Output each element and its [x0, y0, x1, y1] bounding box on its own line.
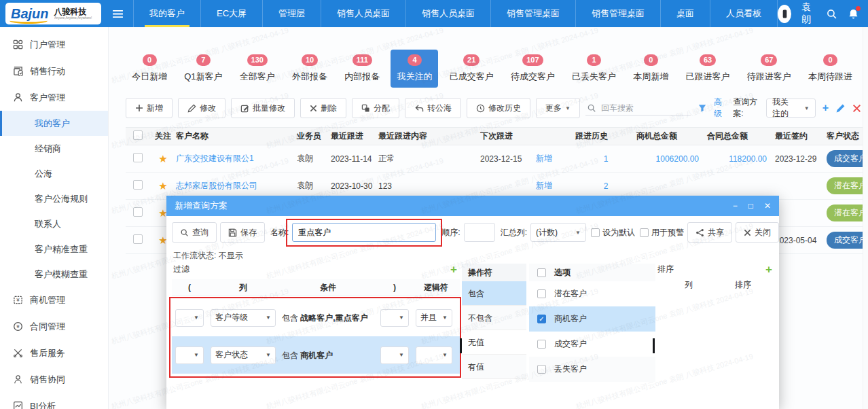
- open-paren-select[interactable]: ▼: [175, 346, 204, 364]
- stat-internal-filing[interactable]: 111内部报备: [338, 50, 386, 88]
- close-icon[interactable]: ✕: [764, 201, 771, 211]
- tab-ec-screen[interactable]: EC大屏: [200, 0, 262, 27]
- tab-management[interactable]: 管理层: [262, 0, 321, 27]
- stat-today-new[interactable]: 0今日新增: [126, 50, 173, 88]
- user-avatar[interactable]: [778, 5, 791, 23]
- column-select[interactable]: 客户状态▼: [211, 346, 276, 364]
- filter-funnel-icon[interactable]: [698, 103, 707, 113]
- search-icon[interactable]: [826, 8, 837, 20]
- row-checkbox[interactable]: [133, 180, 143, 190]
- tab-staff-board[interactable]: 人员看板: [710, 0, 778, 27]
- advanced-link[interactable]: 高级: [714, 96, 726, 120]
- set-default-checkbox[interactable]: 设为默认: [591, 227, 635, 238]
- option-opportunity[interactable]: 商机客户: [529, 306, 655, 332]
- share-button[interactable]: 共享: [687, 222, 732, 243]
- customer-name-link[interactable]: 志邦家居股份有限公司: [176, 180, 297, 192]
- sidebar-item-collab[interactable]: 销售协同: [0, 366, 108, 393]
- add-sort-icon[interactable]: +: [765, 264, 772, 275]
- option-lost[interactable]: 丢失客户: [529, 357, 655, 382]
- logic-select[interactable]: ▼: [416, 346, 452, 364]
- stat-lost-customers[interactable]: 1已丢失客户: [566, 50, 622, 88]
- sidebar-item-contacts[interactable]: 联系人: [0, 211, 108, 236]
- delete-plan-icon[interactable]: [852, 104, 861, 113]
- sidebar-item-fuzzy-dedup[interactable]: 客户模糊查重: [0, 262, 108, 287]
- operator-has-value[interactable]: 有值: [462, 355, 526, 379]
- maximize-icon[interactable]: □: [748, 201, 753, 211]
- delete-button[interactable]: 删除: [300, 98, 346, 118]
- stat-all-customers[interactable]: 130全部客户: [234, 50, 281, 88]
- select-all-checkbox[interactable]: [133, 130, 143, 140]
- edit-history-button[interactable]: 修改历史: [467, 98, 530, 118]
- opp-amount-link[interactable]: 1006200.00: [636, 154, 707, 164]
- search-input[interactable]: [601, 103, 689, 113]
- contract-amount-link[interactable]: 118200.00: [707, 154, 775, 164]
- order-input[interactable]: [464, 223, 495, 242]
- filter-row[interactable]: ▼ 客户等级▼ 包含 战略客户,重点客户 ▼ 并且▼ 删除: [172, 299, 460, 336]
- sidebar-item-public-sea-rules[interactable]: 客户公海规则: [0, 186, 108, 211]
- add-plan-icon[interactable]: +: [822, 103, 829, 113]
- close-button[interactable]: 关闭: [736, 222, 779, 243]
- stat-pending-deal[interactable]: 107待成交客户: [505, 50, 561, 88]
- add-button[interactable]: 新增: [126, 98, 173, 118]
- more-button[interactable]: 更多▼: [536, 98, 580, 118]
- menu-toggle-icon[interactable]: [112, 10, 124, 18]
- open-paren-select[interactable]: ▼: [175, 309, 204, 327]
- minimize-icon[interactable]: −: [733, 201, 738, 211]
- operator-not-contains[interactable]: 不包含: [462, 306, 526, 330]
- for-alert-checkbox[interactable]: 用于预警: [640, 227, 684, 238]
- tab-sales-desktop-1[interactable]: 销售人员桌面: [321, 0, 405, 27]
- history-count-link[interactable]: 1: [575, 154, 636, 164]
- tab-sales-mgmt-desktop-1[interactable]: 销售管理桌面: [490, 0, 575, 27]
- tab-desktop[interactable]: 桌面: [660, 0, 710, 27]
- stat-q1-new[interactable]: 7Q1新客户: [178, 50, 228, 88]
- resize-handle[interactable]: [653, 338, 655, 353]
- sidebar-item-my-customers[interactable]: 我的客户: [0, 111, 108, 136]
- column-select[interactable]: 客户等级▼: [211, 309, 276, 327]
- plan-name-input[interactable]: [292, 223, 436, 242]
- sidebar-item-exact-dedup[interactable]: 客户精准查重: [0, 236, 108, 262]
- search-box[interactable]: [585, 101, 691, 115]
- select-all-options-checkbox[interactable]: [537, 268, 546, 277]
- operator-no-value[interactable]: 无值: [462, 330, 526, 355]
- notification-bell-icon[interactable]: [848, 8, 859, 20]
- query-button[interactable]: 查询: [172, 222, 217, 243]
- tab-my-customers[interactable]: 我的客户: [133, 0, 200, 27]
- row-checkbox[interactable]: [133, 153, 143, 162]
- summary-col-select[interactable]: (计数)▼: [530, 223, 586, 242]
- sidebar-item-contract[interactable]: ¥ 合同管理: [0, 313, 108, 340]
- stat-week-to-follow[interactable]: 0本周待跟进: [802, 50, 858, 88]
- sidebar-item-sales-action[interactable]: 销售行动: [0, 58, 108, 84]
- batch-edit-button[interactable]: 批量修改: [231, 98, 295, 118]
- condition-text[interactable]: 包含 战略客户,重点客户: [279, 312, 377, 324]
- add-followup-link[interactable]: 新增: [536, 180, 552, 192]
- filter-row[interactable]: ▼ 客户状态▼ 包含 商机客户 ▼ ▼ 删除: [172, 336, 460, 374]
- operator-contains[interactable]: 包含: [462, 281, 526, 306]
- row-checkbox[interactable]: [133, 234, 143, 244]
- assign-button[interactable]: 分配: [352, 98, 399, 118]
- sidebar-item-public-sea[interactable]: 公海: [0, 161, 108, 186]
- history-count-link[interactable]: 2: [575, 181, 636, 191]
- stat-to-follow[interactable]: 67待跟进客户: [741, 50, 797, 88]
- stat-external-filing[interactable]: 10外部报备: [286, 50, 333, 88]
- condition-text[interactable]: 包含 商机客户: [279, 349, 377, 361]
- close-paren-select[interactable]: ▼: [380, 346, 409, 364]
- edit-button[interactable]: 修改: [178, 98, 225, 118]
- close-paren-select[interactable]: ▼: [380, 309, 409, 327]
- star-icon[interactable]: ★: [150, 180, 176, 192]
- stat-my-followed[interactable]: 4我关注的: [391, 50, 438, 88]
- sidebar-item-distributors[interactable]: 经销商: [0, 136, 108, 161]
- star-icon[interactable]: ★: [150, 153, 176, 165]
- option-closed[interactable]: 成交客户: [529, 332, 655, 357]
- sidebar-item-customer-mgmt[interactable]: 客户管理: [0, 84, 108, 111]
- customer-name-link[interactable]: 广东交投建设有限公1: [176, 153, 297, 164]
- vertical-scrollbar[interactable]: [863, 27, 868, 409]
- sidebar-item-aftersales[interactable]: 售后服务: [0, 340, 108, 366]
- resize-handle[interactable]: [460, 338, 462, 353]
- tab-sales-mgmt-desktop-2[interactable]: 销售管理桌面: [575, 0, 660, 27]
- stat-followed-up[interactable]: 63已跟进客户: [680, 50, 736, 88]
- edit-plan-icon[interactable]: [835, 103, 846, 113]
- plan-select[interactable]: 我关注的▼: [766, 99, 816, 118]
- to-public-sea-button[interactable]: 转公海: [405, 98, 461, 118]
- row-checkbox[interactable]: [133, 207, 143, 217]
- add-followup-link[interactable]: 新增: [536, 153, 552, 164]
